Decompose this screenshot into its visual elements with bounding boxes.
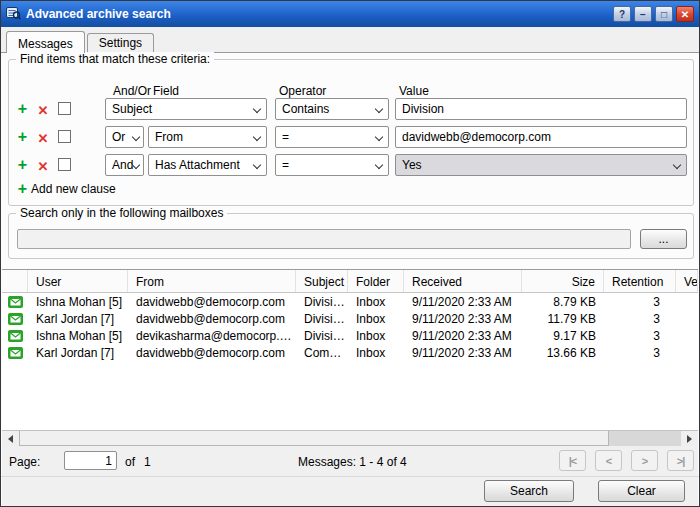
remove-row-icon[interactable]: ✕ [36,130,50,147]
message-icon [2,296,28,308]
field-select[interactable]: From [148,126,267,148]
value-input[interactable] [395,98,687,120]
cell-retention: 3 [604,312,676,326]
chevron-down-icon [375,161,383,169]
clear-button[interactable]: Clear [598,480,685,502]
field-select[interactable]: Has Attachment [148,154,267,176]
scroll-right-icon[interactable] [681,431,698,446]
table-row[interactable]: Karl Jordan [7] davidwebb@democorp.com C… [2,344,698,361]
results-body: Ishna Mohan [5] davidwebb@democorp.com D… [2,293,698,430]
tabstrip: Messages Settings [6,31,156,53]
remove-row-icon[interactable]: ✕ [36,158,50,175]
search-button[interactable]: Search [484,480,574,502]
first-page-button[interactable]: |< [559,450,586,471]
maximize-button[interactable]: □ [655,6,673,22]
operator-select[interactable]: Contains [275,98,389,120]
window-title: Advanced archive search [26,7,608,21]
column-header-andor: And/Or [113,84,151,98]
add-clause-link[interactable]: Add new clause [31,182,116,196]
cell-user: Karl Jordan [7] [28,346,128,360]
tab-messages[interactable]: Messages [6,31,85,53]
cell-size: 8.79 KB [522,295,604,309]
add-row-icon[interactable]: + [15,128,30,146]
operator-select-value: = [282,130,289,144]
help-button[interactable]: ? [613,6,631,22]
cell-subject: Division... [296,312,348,326]
minimize-button[interactable]: − [634,6,652,22]
cell-user: Ishna Mohan [5] [28,295,128,309]
previous-page-button[interactable]: < [595,450,622,471]
cell-retention: 3 [604,329,676,343]
app-icon [6,6,21,23]
column-subject[interactable]: Subject [296,270,348,292]
cell-received: 9/11/2020 2:33 AM [404,312,522,326]
add-row-icon[interactable]: + [15,156,30,174]
remove-row-icon[interactable]: ✕ [36,102,50,119]
column-from[interactable]: From [128,270,296,292]
chevron-down-icon [375,105,383,113]
last-page-button[interactable]: >| [667,450,694,471]
cell-size: 13.66 KB [522,346,604,360]
add-row-icon[interactable]: + [15,100,30,118]
field-select-value: From [155,130,183,144]
page-number-input[interactable] [64,451,117,470]
operator-select[interactable]: = [275,154,389,176]
andor-select[interactable]: And [105,154,144,176]
scrollbar-thumb[interactable] [19,431,609,446]
total-pages-label: 1 [144,455,151,469]
andor-select-value: Or [112,130,125,144]
row-enabled-checkbox[interactable] [58,130,71,143]
column-retention[interactable]: Retention [604,270,676,292]
andor-select[interactable]: Or [105,126,144,148]
results-header: User From Subject Folder Received Size R… [2,269,698,293]
field-select-value: Subject [112,102,152,116]
message-icon [2,330,28,342]
chevron-down-icon [253,161,261,169]
titlebar-buttons: ? − □ ✕ [613,6,694,22]
column-icon[interactable] [2,270,28,292]
table-row[interactable]: Ishna Mohan [5] devikasharma@democorp.co… [2,327,698,344]
chevron-down-icon [673,161,681,169]
column-version[interactable]: Ve [676,270,698,292]
chevron-down-icon [132,133,140,141]
tab-settings[interactable]: Settings [87,33,154,52]
cell-from: davidwebb@democorp.com [128,346,296,360]
field-select-value: Has Attachment [155,158,240,172]
cell-size: 9.17 KB [522,329,604,343]
cell-retention: 3 [604,295,676,309]
cell-folder: Inbox [348,329,404,343]
cell-subject: Division... [296,295,348,309]
row-enabled-checkbox[interactable] [58,158,71,171]
advanced-archive-search-dialog: Advanced archive search ? − □ ✕ Messages… [0,0,700,507]
horizontal-scrollbar[interactable] [2,430,698,446]
field-select[interactable]: Subject [105,98,267,120]
andor-select-value: And [112,158,133,172]
row-enabled-checkbox[interactable] [58,102,71,115]
table-row[interactable]: Karl Jordan [7] davidwebb@democorp.com D… [2,310,698,327]
cell-folder: Inbox [348,295,404,309]
value-select-value: Yes [402,158,422,172]
cell-from: davidwebb@democorp.com [128,295,296,309]
column-folder[interactable]: Folder [348,270,404,292]
cell-received: 9/11/2020 2:33 AM [404,329,522,343]
column-received[interactable]: Received [404,270,522,292]
operator-select-value: = [282,158,289,172]
scroll-left-icon[interactable] [2,431,19,446]
column-size[interactable]: Size [522,270,604,292]
mailboxes-input[interactable] [17,229,631,249]
browse-mailboxes-button[interactable]: ... [640,229,687,249]
status-separator [1,476,699,477]
criteria-group-label: Find items that match these criteria: [16,52,214,66]
cell-subject: Division... [296,329,348,343]
column-user[interactable]: User [28,270,128,292]
value-select[interactable]: Yes [395,154,687,176]
close-button[interactable]: ✕ [676,6,694,22]
titlebar[interactable]: Advanced archive search ? − □ ✕ [1,1,699,27]
next-page-button[interactable]: > [631,450,658,471]
column-header-value: Value [399,84,429,98]
chevron-down-icon [375,133,383,141]
value-input[interactable] [395,126,687,148]
table-row[interactable]: Ishna Mohan [5] davidwebb@democorp.com D… [2,293,698,310]
operator-select[interactable]: = [275,126,389,148]
add-clause-icon[interactable]: + [15,180,30,198]
